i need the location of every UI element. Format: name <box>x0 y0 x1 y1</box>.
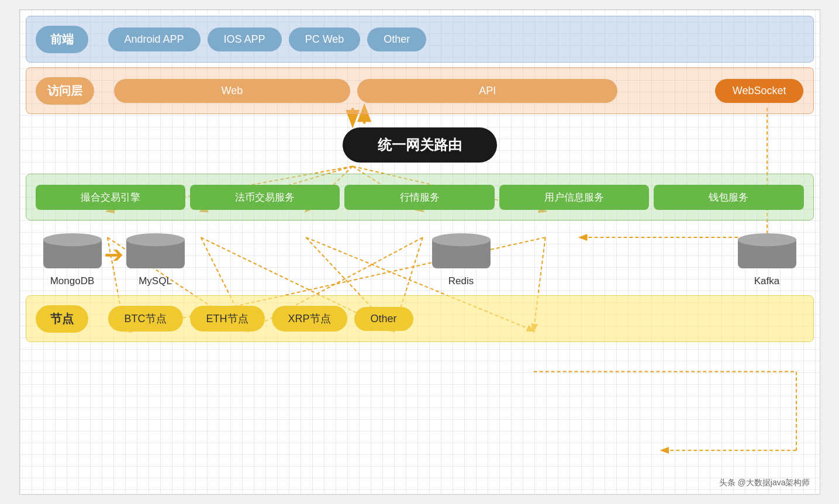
mongodb-label: MongoDB <box>50 275 95 287</box>
gateway-pill: 统一网关路由 <box>343 127 497 163</box>
xrp-node-pill: XRP节点 <box>272 306 347 332</box>
diagram-container: 前端 Android APP IOS APP PC Web Other 访问层 … <box>19 9 820 495</box>
mysql-cylinder <box>126 233 185 268</box>
redis-item: Redis <box>432 233 491 287</box>
database-area: MongoDB ➔ MySQL Redis <box>26 225 814 295</box>
service-market: 行情服务 <box>344 185 494 210</box>
pcweb-pill: PC Web <box>289 27 361 51</box>
kafka-cylinder <box>738 233 796 268</box>
services-layer: 撮合交易引擎 法币交易服务 行情服务 用户信息服务 钱包服务 <box>26 174 814 220</box>
mongodb-item: MongoDB <box>43 233 102 287</box>
api-pill: API <box>357 79 617 103</box>
redis-label: Redis <box>448 275 474 287</box>
access-label: 访问层 <box>36 77 94 105</box>
web-pill: Web <box>114 79 351 103</box>
other-node-pill: Other <box>354 307 413 331</box>
frontend-label: 前端 <box>36 26 88 53</box>
android-pill: Android APP <box>108 27 201 51</box>
other-frontend-pill: Other <box>367 27 426 51</box>
kafka-item: Kafka <box>738 233 796 287</box>
mysql-label: MySQL <box>139 275 172 287</box>
kafka-label: Kafka <box>754 275 779 287</box>
mongodb-to-mysql-arrow: ➔ <box>104 241 124 279</box>
service-matching: 撮合交易引擎 <box>36 185 185 210</box>
watermark: 头条 @大数据java架构师 <box>719 478 810 488</box>
nodes-label: 节点 <box>36 305 88 333</box>
btc-node-pill: BTC节点 <box>108 306 183 332</box>
websocket-pill: WebSocket <box>715 79 804 103</box>
frontend-layer: 前端 Android APP IOS APP PC Web Other <box>26 16 814 63</box>
mongodb-cylinder <box>43 233 102 268</box>
ios-pill: IOS APP <box>208 27 282 51</box>
eth-node-pill: ETH节点 <box>190 306 265 332</box>
gateway-area: 统一网关路由 <box>26 119 814 171</box>
service-fiat: 法币交易服务 <box>190 185 340 210</box>
redis-cylinder <box>432 233 491 268</box>
nodes-layer: 节点 BTC节点 ETH节点 XRP节点 Other <box>26 295 814 342</box>
access-layer: 访问层 Web API WebSocket <box>26 67 814 114</box>
service-wallet: 钱包服务 <box>654 185 803 210</box>
service-user: 用户信息服务 <box>499 185 649 210</box>
mysql-item: MySQL <box>126 233 185 287</box>
